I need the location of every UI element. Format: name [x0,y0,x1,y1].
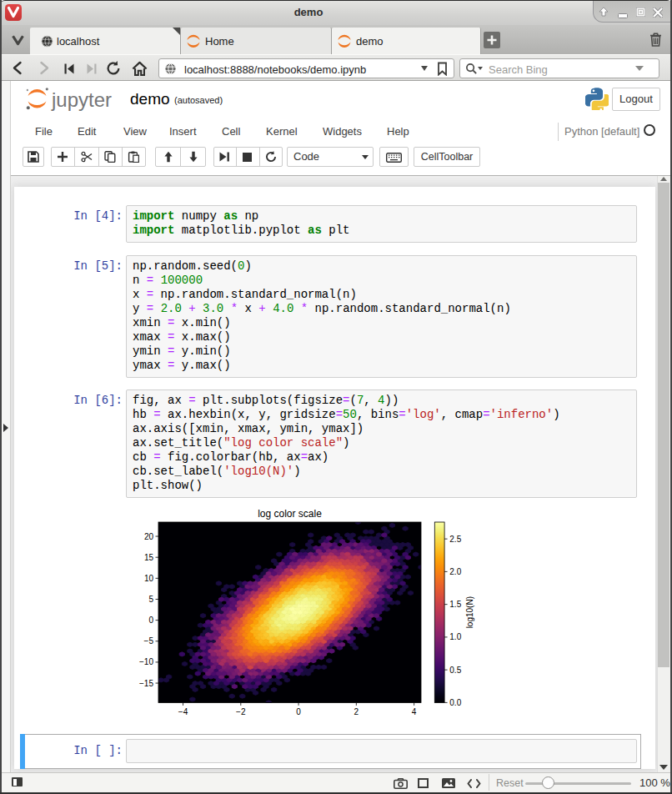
svg-text:1.0: 1.0 [449,632,461,641]
svg-text:2.0: 2.0 [449,567,461,576]
svg-text:log color scale: log color scale [258,508,322,520]
svg-text:15: 15 [144,553,154,562]
svg-text:−15: −15 [139,679,153,688]
svg-text:20: 20 [144,532,154,541]
svg-text:0: 0 [296,707,301,716]
svg-text:10: 10 [144,574,154,583]
svg-text:−2: −2 [236,707,246,716]
svg-text:4: 4 [412,707,417,716]
svg-text:0: 0 [148,616,153,625]
svg-text:−5: −5 [144,636,154,646]
svg-text:1.5: 1.5 [449,600,461,609]
svg-text:log10(N): log10(N) [465,596,474,628]
svg-text:2.5: 2.5 [449,535,461,544]
svg-text:−4: −4 [178,707,188,716]
svg-text:2: 2 [354,707,359,716]
svg-text:0.5: 0.5 [449,666,461,675]
svg-text:−10: −10 [139,657,153,666]
svg-text:5: 5 [148,595,153,604]
svg-text:0.0: 0.0 [449,698,461,707]
